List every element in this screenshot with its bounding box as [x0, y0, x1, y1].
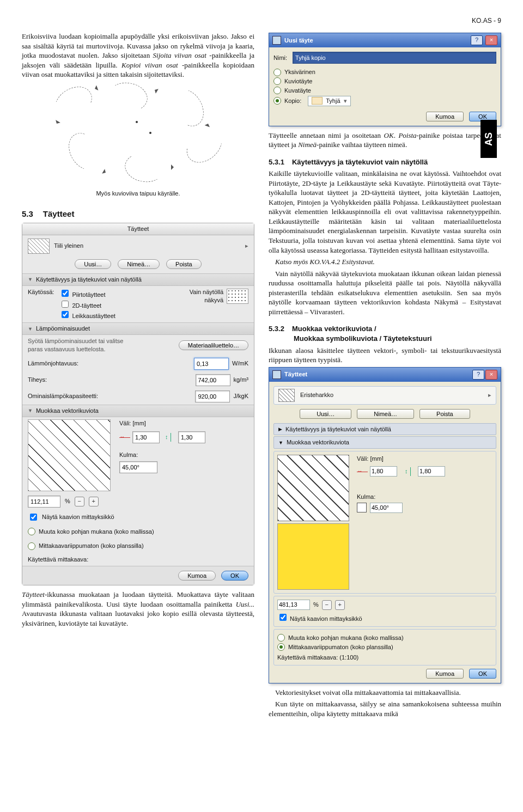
heat-capacity-label: Ominaislämpökapasiteetti:: [28, 392, 98, 400]
cancel-button[interactable]: Kumoa: [178, 571, 216, 581]
page-header: KO.AS - 9: [22, 16, 501, 25]
fills-dialog-win: Täytteet ?× Eristeharkko ▸ Uusi… Nimeä… …: [269, 367, 501, 683]
show-scale-unit-checkbox[interactable]: [279, 614, 287, 621]
right-p1: Täytteelle annetaan nimi ja osoitetaan O…: [269, 131, 501, 150]
new-fill-button[interactable]: Uusi…: [300, 409, 351, 419]
hatch-swatch-icon: [278, 389, 295, 402]
new-fill-cancel-button[interactable]: Kumoa: [426, 112, 464, 121]
disclosure-triangle-icon: ▼: [28, 407, 33, 414]
footer-right-p1: Vektoriesitykset voivat olla mittakaavat…: [269, 688, 501, 698]
curve-arrows-figure: [43, 83, 234, 186]
angle-input[interactable]: [370, 503, 403, 513]
scale-model-radio[interactable]: [28, 528, 35, 535]
h-spacing-input[interactable]: [132, 431, 160, 443]
hatch-swatch-icon: [28, 239, 50, 254]
scale-input[interactable]: [28, 496, 60, 508]
used-scale-label: Käytettävä mittakaava: (1:100): [277, 654, 492, 662]
draw-fill-checkbox[interactable]: [62, 290, 69, 297]
edit-vector-section-header[interactable]: ▼ Muokkaa vektorikuviota: [22, 405, 254, 417]
section-5-3-heading: 5.3Täytteet: [22, 209, 254, 219]
new-fill-name-input[interactable]: [293, 52, 496, 64]
vertical-spacing-icon: ↕: [405, 467, 416, 476]
vertical-spacing-icon: ↕: [165, 433, 176, 442]
edit-vector-section-header[interactable]: ▼Muokkaa vektorikuviota: [273, 436, 496, 449]
spacing-label: Väli: [mm]: [357, 455, 492, 463]
used-in-label: Käytössä:: [28, 288, 54, 321]
show-scale-unit-checkbox[interactable]: [30, 514, 37, 521]
scale-model-radio[interactable]: Muuta koko pohjan mukana (koko mallissa): [277, 634, 492, 642]
h-spacing-input[interactable]: [370, 466, 397, 477]
conductivity-label: Lämmönjohtavuus:: [28, 359, 78, 368]
chevron-right-icon[interactable]: ▸: [245, 242, 248, 250]
screen-only-pattern-swatch[interactable]: [227, 289, 248, 304]
copy-of-radio[interactable]: Kopio: Tyhjä ▾: [273, 96, 496, 106]
cut-fill-checkbox[interactable]: [62, 311, 69, 318]
chevron-right-icon[interactable]: ▸: [488, 391, 491, 399]
fills-dialog-mac: Täytteet Tiili yleinen ▸ Uusi… Nimeä… Po…: [22, 223, 254, 585]
density-input[interactable]: [196, 374, 230, 386]
thermal-hint-text: Syötä lämpöominaisuudet tai valitse para…: [28, 337, 137, 353]
zoom-out-icon[interactable]: −: [322, 600, 332, 610]
horizontal-spacing-icon: ↔: [119, 433, 130, 442]
hatch-preview: [28, 419, 111, 491]
cancel-button[interactable]: Kumoa: [426, 669, 464, 679]
page-code: KO.AS - 9: [472, 17, 501, 25]
footer-right-p2: Kun täyte on mittakaavassa, säilyy se ai…: [269, 699, 501, 718]
zoom-out-icon[interactable]: −: [75, 497, 84, 506]
heat-capacity-input[interactable]: [195, 390, 230, 402]
copy-swatch-icon: [312, 97, 323, 105]
fills-dialog-title: Täytteet: [22, 223, 254, 235]
conductivity-input[interactable]: [194, 358, 229, 370]
ok-button[interactable]: OK: [221, 571, 248, 581]
new-fill-dialog-win: Uusi täyte ? × Nimi: Yksivärinen Kuviotä…: [269, 33, 501, 126]
v-spacing-input[interactable]: [178, 431, 205, 443]
angle-input[interactable]: [119, 461, 157, 473]
app-icon: [272, 370, 281, 379]
scale-input[interactable]: [277, 600, 310, 610]
v-spacing-input[interactable]: [418, 466, 445, 477]
availability-section-header[interactable]: ▶Käytettävyys ja täytekuviot vain näytöl…: [273, 423, 496, 436]
scale-plan-radio[interactable]: Mittakaavariippumaton (koko planssilla): [277, 643, 492, 651]
rename-fill-button[interactable]: Nimeä…: [357, 409, 414, 419]
material-list-button[interactable]: Materiaaliluettelo…: [179, 340, 248, 350]
used-scale-label: Käytettävä mittakaava:: [28, 555, 88, 564]
new-fill-title: Uusi täyte: [284, 36, 313, 45]
chevron-down-icon: ▼: [278, 439, 283, 446]
hatch-preview: [277, 455, 349, 521]
solid-color-preview: [277, 523, 349, 590]
disclosure-triangle-icon: ▼: [28, 276, 33, 283]
2d-fill-checkbox[interactable]: [62, 301, 69, 308]
close-icon[interactable]: ×: [485, 370, 497, 380]
new-fill-button[interactable]: Uusi…: [75, 259, 111, 269]
thermal-section-header[interactable]: ▼ Lämpöominaisuudet: [22, 322, 254, 335]
right-p3: Vain näytöllä näkyvää täytekuviota muoka…: [269, 269, 501, 317]
image-fill-radio[interactable]: Kuvatäyte: [273, 87, 496, 95]
name-label: Nimi:: [273, 54, 287, 62]
fills-footer-paragraph: Täytteet-ikkunassa muokataan ja luodaan …: [22, 590, 254, 628]
chevron-down-icon[interactable]: ▾: [344, 97, 347, 105]
delete-fill-button[interactable]: Poista: [419, 409, 470, 419]
reference-link: Katso myös KO.VA.4.2 Esitystavat.: [269, 257, 501, 267]
right-p4: Ikkunan alaosa käsittelee täytteen vekto…: [269, 346, 501, 365]
current-fill-name: Eristeharkko: [300, 391, 333, 399]
angle-label: Kulma:: [119, 451, 248, 459]
solid-color-radio[interactable]: Yksivärinen: [273, 68, 496, 76]
scale-plan-radio[interactable]: [28, 542, 35, 550]
figure-caption: Myös kuvioviiva taipuu käyrälle.: [22, 190, 254, 198]
window-controls: ? ×: [470, 35, 497, 45]
close-icon[interactable]: ×: [485, 35, 497, 45]
ok-button[interactable]: OK: [469, 669, 496, 679]
rename-fill-button[interactable]: Nimeä…: [118, 259, 160, 269]
subsection-5-3-1-heading: 5.3.1Käytettävyys ja täytekuviot vain nä…: [269, 157, 501, 167]
horizontal-spacing-icon: ↔: [357, 467, 368, 476]
delete-fill-button[interactable]: Poista: [166, 259, 202, 269]
pattern-fill-radio[interactable]: Kuviotäyte: [273, 77, 496, 86]
help-icon[interactable]: ?: [471, 35, 483, 45]
zoom-in-icon[interactable]: +: [335, 600, 345, 610]
angle-icon: [357, 503, 367, 512]
right-p2: Kaikille täytekuvioille valitaan, minkäl…: [269, 169, 501, 255]
availability-section-header[interactable]: ▼ Käytettävyys ja täytekuviot vain näytö…: [22, 273, 254, 286]
intro-paragraph: Erikoisviiva luodaan kopioimalla apupöyd…: [22, 32, 254, 80]
zoom-in-icon[interactable]: +: [89, 497, 99, 506]
help-icon[interactable]: ?: [472, 370, 484, 380]
